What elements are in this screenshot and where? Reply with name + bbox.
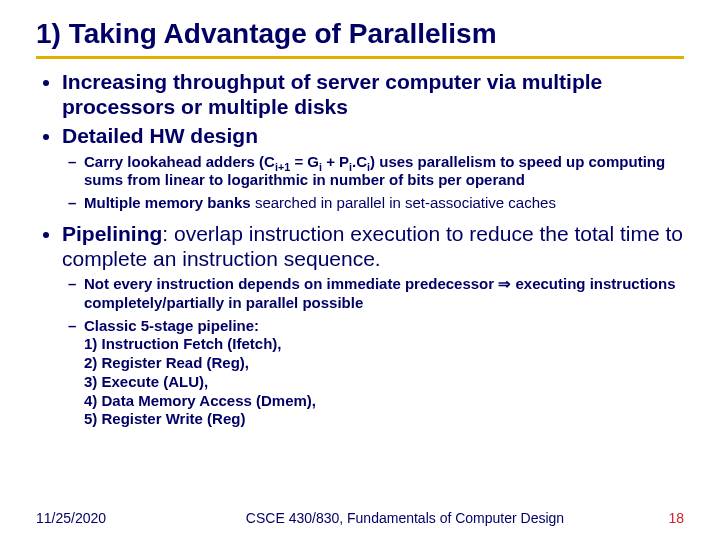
sub-carry-lookahead: Carry lookahead adders (Ci+1 = Gi + Pi.C… [84, 153, 684, 191]
footer: 11/25/2020 CSCE 430/830, Fundamentals of… [36, 510, 684, 526]
bullet-list: Increasing throughput of server computer… [44, 69, 684, 429]
formula-prefix: Carry lookahead adders (C [84, 153, 275, 170]
bullet-pipelining: Pipelining: overlap instruction executio… [62, 221, 684, 429]
sub-list: Carry lookahead adders (Ci+1 = Gi + Pi.C… [62, 153, 684, 213]
formula-mid1: = G [290, 153, 319, 170]
pipeline-stage-1: 1) Instruction Fetch (Ifetch), [84, 335, 282, 352]
footer-course: CSCE 430/830, Fundamentals of Computer D… [166, 510, 644, 526]
mmb-rest: searched in parallel in set-associative … [251, 194, 556, 211]
mmb-strong: Multiple memory banks [84, 194, 251, 211]
bullet-text: Increasing throughput of server computer… [62, 70, 602, 118]
pipeline-stage-2: 2) Register Read (Reg), [84, 354, 249, 371]
pipeline-stage-4: 4) Data Memory Access (Dmem), [84, 392, 316, 409]
sub-memory-banks: Multiple memory banks searched in parall… [84, 194, 684, 213]
pipeline-stage-5: 5) Register Write (Reg) [84, 410, 245, 427]
footer-page: 18 [644, 510, 684, 526]
slide: 1) Taking Advantage of Parallelism Incre… [0, 0, 720, 540]
page-title: 1) Taking Advantage of Parallelism [36, 18, 684, 59]
bullet-text: Detailed HW design [62, 124, 258, 147]
sub-list: Not every instruction depends on immedia… [62, 275, 684, 429]
pipelining-strong: Pipelining [62, 222, 162, 245]
footer-date: 11/25/2020 [36, 510, 166, 526]
pipeline-lead: Classic 5-stage pipeline: [84, 317, 259, 334]
bullet-throughput: Increasing throughput of server computer… [62, 69, 684, 119]
pipeline-stage-3: 3) Execute (ALU), [84, 373, 208, 390]
formula-mid2: + P [322, 153, 349, 170]
formula-mid3: .C [352, 153, 367, 170]
bullet-hw-design: Detailed HW design Carry lookahead adder… [62, 123, 684, 212]
sub-classic-pipeline: Classic 5-stage pipeline: 1) Instruction… [84, 317, 684, 430]
sub-not-every-instruction: Not every instruction depends on immedia… [84, 275, 684, 313]
